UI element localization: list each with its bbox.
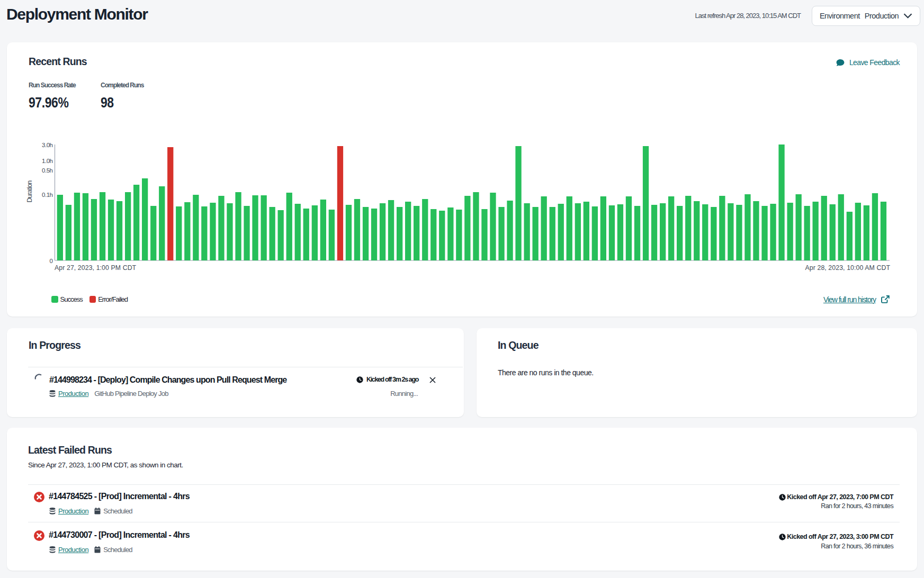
svg-text:Duration: Duration	[26, 180, 33, 203]
svg-text:0.5h: 0.5h	[42, 167, 52, 174]
svg-text:0.1h: 0.1h	[42, 192, 52, 198]
svg-text:Apr 27, 2023, 1:00 PM CDT: Apr 27, 2023, 1:00 PM CDT	[55, 264, 137, 272]
svg-text:Apr 28, 2023, 10:00 AM CDT: Apr 28, 2023, 10:00 AM CDT	[805, 264, 891, 272]
svg-text:3.0h: 3.0h	[42, 142, 52, 148]
svg-text:1.0h: 1.0h	[42, 158, 52, 164]
svg-text:0: 0	[50, 258, 53, 264]
